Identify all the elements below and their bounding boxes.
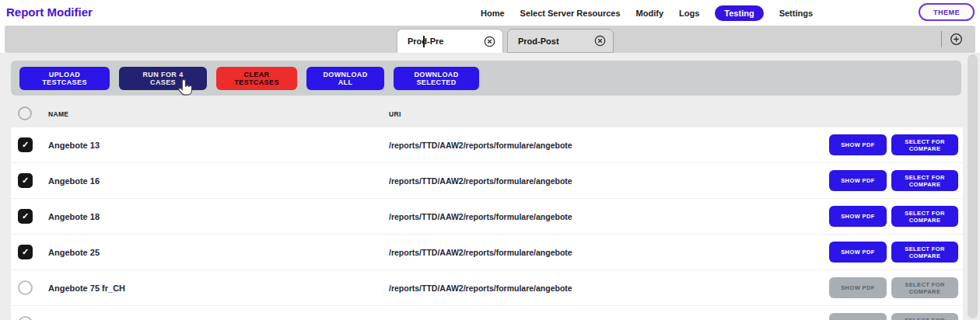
row-uri: /reports/TTD/AAW2/reports/formulare/ange… [389,141,572,150]
table-row: ✓ Angebote 75 fr_CH /reports/TTD/AAW2/re… [11,270,963,305]
check-icon: ✓ [22,248,29,256]
select-all-checkbox[interactable] [18,106,32,120]
tab-bar: Prod-Pre Prod-Post [5,26,975,53]
table-header: NAME URI [11,103,963,127]
row-uri: /reports/TTD/AAW2/reports/formulare/ange… [389,176,572,186]
row-name: Angebote 25 [48,248,100,257]
top-bar: Report Modifier Home Select Server Resou… [0,0,980,26]
page-title: Report Modifier [6,5,93,19]
close-icon[interactable] [593,35,606,47]
app-window: Report Modifier Home Select Server Resou… [0,0,980,320]
text-caret [423,36,425,47]
select-for-compare-button[interactable]: SELECT FOR COMPARE [891,313,958,320]
vertical-scrollbar[interactable] [968,54,978,318]
select-for-compare-button[interactable]: SELECT FOR COMPARE [891,277,958,298]
row-actions: SHOW PDF SELECT FOR COMPARE [829,277,958,298]
table-row: ✓ Angebote 75 de_CH /reports/TTD/AAW2/re… [11,305,963,320]
nav-item-select-server-resources[interactable]: Select Server Resources [520,9,621,18]
row-checkbox[interactable]: ✓ [18,137,33,152]
row-checkbox[interactable]: ✓ [18,245,33,259]
show-pdf-button[interactable]: SHOW PDF [829,134,887,155]
download-all-button[interactable]: DOWNLOAD ALL [306,67,384,90]
show-pdf-button[interactable]: SHOW PDF [829,277,887,298]
tab-label: Prod-Pre [408,37,443,46]
table-row: ✓ Angebote 18 /reports/TTD/AAW2/reports/… [11,198,963,234]
row-actions: SHOW PDF SELECT FOR COMPARE [829,206,958,227]
row-actions: SHOW PDF SELECT FOR COMPARE [829,134,958,155]
column-header-name: NAME [48,110,68,118]
tab-prod-post[interactable]: Prod-Post [507,29,614,53]
testcase-toolbar: UPLOAD TESTCASES RUN FOR 4 CASES CLEAR T… [11,61,961,96]
tab-strip: Prod-Pre Prod-Post [397,29,614,53]
show-pdf-button[interactable]: SHOW PDF [829,313,887,320]
run-for-cases-button[interactable]: RUN FOR 4 CASES [119,67,207,90]
row-actions: SHOW PDF SELECT FOR COMPARE [829,313,958,320]
row-name: Angebote 18 [48,212,100,221]
add-tab-icon[interactable] [949,33,963,47]
close-icon[interactable] [483,35,495,47]
download-selected-button[interactable]: DOWNLOAD SELECTED [394,67,479,90]
row-actions: SHOW PDF SELECT FOR COMPARE [829,170,958,191]
check-icon: ✓ [22,176,29,185]
row-checkbox[interactable]: ✓ [18,209,33,224]
table-row: ✓ Angebote 16 /reports/TTD/AAW2/reports/… [11,162,963,198]
nav-item-modify[interactable]: Modify [636,9,663,18]
row-checkbox[interactable]: ✓ [18,280,33,295]
check-icon: ✓ [22,141,29,149]
check-icon: ✓ [22,212,29,221]
clear-testcases-button[interactable]: CLEAR TESTCASES [216,67,297,90]
row-checkbox[interactable]: ✓ [18,316,33,320]
column-header-uri: URI [389,110,401,118]
tab-label: Prod-Post [518,37,559,46]
row-actions: SHOW PDF SELECT FOR COMPARE [829,242,958,263]
divider [941,31,942,47]
show-pdf-button[interactable]: SHOW PDF [829,206,887,227]
nav-item-settings[interactable]: Settings [779,9,813,18]
tab-prod-pre[interactable]: Prod-Pre [397,29,503,53]
row-uri: /reports/TTD/AAW2/reports/formulare/ange… [389,283,572,293]
testcase-table: ✓ Angebote 13 /reports/TTD/AAW2/reports/… [11,127,963,320]
nav-item-testing[interactable]: Testing [715,5,763,21]
nav-item-logs[interactable]: Logs [679,9,699,18]
select-for-compare-button[interactable]: SELECT FOR COMPARE [891,206,958,227]
row-name: Angebote 13 [48,141,100,150]
select-for-compare-button[interactable]: SELECT FOR COMPARE [891,134,958,155]
select-for-compare-button[interactable]: SELECT FOR COMPARE [891,170,958,191]
row-checkbox[interactable]: ✓ [18,173,33,188]
theme-button[interactable]: THEME [919,3,975,21]
row-uri: /reports/TTD/AAW2/reports/formulare/ange… [389,212,572,221]
tab-actions [941,31,963,47]
nav-item-home[interactable]: Home [481,9,505,18]
select-for-compare-button[interactable]: SELECT FOR COMPARE [891,242,958,263]
main-nav: Home Select Server Resources Modify Logs… [481,0,813,26]
show-pdf-button[interactable]: SHOW PDF [829,242,887,263]
show-pdf-button[interactable]: SHOW PDF [829,170,887,191]
table-row: ✓ Angebote 13 /reports/TTD/AAW2/reports/… [11,127,963,162]
upload-testcases-button[interactable]: UPLOAD TESTCASES [19,67,110,90]
row-name: Angebote 16 [48,176,100,186]
row-uri: /reports/TTD/AAW2/reports/formulare/ange… [389,248,572,257]
row-name: Angebote 75 fr_CH [48,283,125,293]
table-row: ✓ Angebote 25 /reports/TTD/AAW2/reports/… [11,234,963,270]
